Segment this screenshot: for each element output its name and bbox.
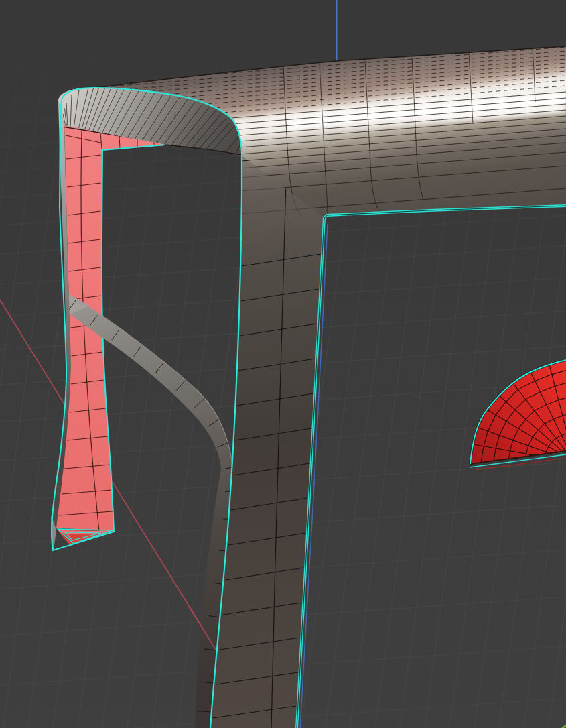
viewport-3d[interactable] bbox=[0, 0, 566, 728]
viewport-canvas bbox=[0, 0, 566, 728]
